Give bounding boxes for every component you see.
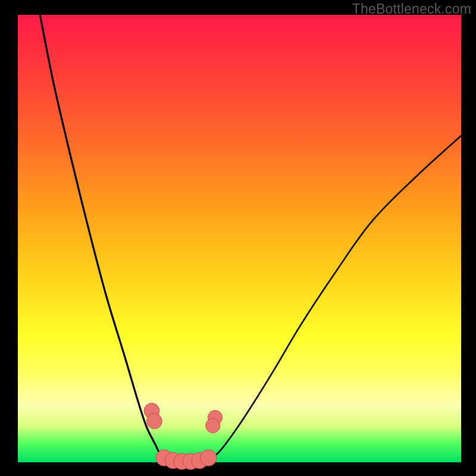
right-curve (208, 136, 461, 462)
left-marker-lower (147, 414, 162, 429)
right-marker-lower (206, 418, 220, 433)
chart-svg (18, 15, 461, 462)
left-curve (40, 15, 173, 462)
plot-area (18, 15, 461, 462)
bottom-marker-f (201, 450, 217, 466)
watermark-text: TheBottleneck.com (352, 1, 471, 17)
chart-frame: TheBottleneck.com (0, 0, 476, 476)
